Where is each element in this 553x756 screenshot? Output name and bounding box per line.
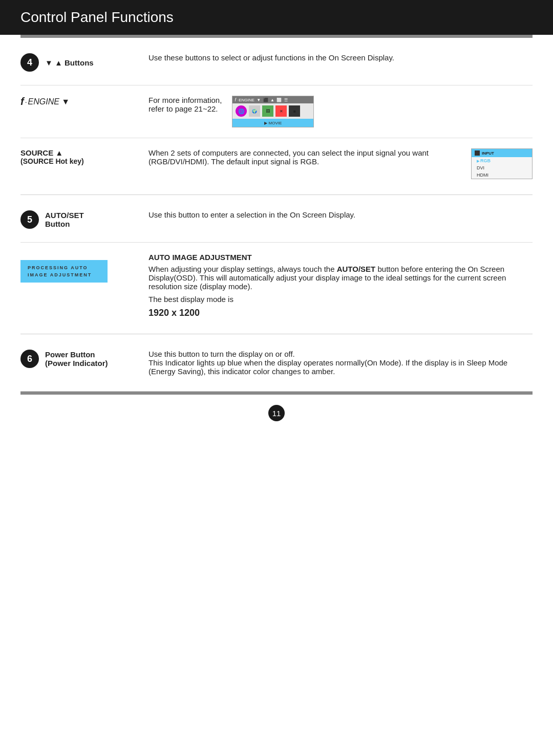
fengine-bottom-text: ▶ MOVIE: [264, 121, 282, 125]
fengine-text: ENGINE ▼: [28, 97, 70, 106]
section5-badge: 5: [20, 210, 39, 229]
section6-left: 6 Power Button (Power Indicator): [20, 350, 133, 371]
section4-source: SOURCE ▲ (SOURCE Hot key) When 2 sets of…: [20, 148, 533, 179]
power-button-label: Power Button: [45, 350, 108, 359]
buttons-row: 4 ▼ ▲ Buttons Use these buttons to selec…: [20, 53, 533, 75]
source-label: SOURCE ▲: [20, 148, 63, 157]
fengine-mockup-topbar: f·ENGINE ▼ ⬛ ▲ ⬜ ☰: [232, 96, 313, 103]
buttons-label: ▼ ▲ Buttons: [45, 58, 94, 67]
section5-left: 5 AUTO/SET Button: [20, 210, 133, 232]
auto-image-heading: AUTO IMAGE ADJUSTMENT: [148, 253, 533, 262]
section4-fengine: f · ENGINE ▼ For more information, refer…: [20, 96, 533, 138]
fengine-left: f · ENGINE ▼: [20, 96, 133, 107]
fengine-icon-sq: ■: [289, 105, 300, 117]
fengine-mockup-bottom: ▶ MOVIE: [232, 119, 313, 127]
fengine-right: For more information, refer to page 21~2…: [148, 96, 533, 127]
fengine-desc: For more information, refer to page 21~2…: [148, 96, 222, 113]
section-5: 5 AUTO/SET Button Use this button to ent…: [20, 195, 533, 334]
fengine-row: f · ENGINE ▼ For more information, refer…: [20, 96, 533, 127]
power-desc2: This Indicator lights up blue when the d…: [148, 358, 533, 376]
autoset-bold: AUTO/SET: [337, 265, 376, 273]
source-description: When 2 sets of computers are connected, …: [148, 148, 461, 166]
section4-badge: 4: [20, 53, 39, 72]
page-number: 11: [268, 405, 285, 421]
auto-image-left: PROCESSING AUTO IMAGE ADJUSTMENT: [20, 253, 133, 290]
section6-right: Use this button to turn the display on o…: [148, 350, 533, 376]
page-header: Control Panel Functions: [0, 0, 553, 35]
source-sq-icon: [475, 150, 480, 156]
section5-right: Use this button to enter a selection in …: [148, 210, 533, 232]
processing-box: PROCESSING AUTO IMAGE ADJUSTMENT: [20, 260, 108, 283]
fengine-f-char: f: [20, 96, 24, 107]
processing-line2: IMAGE ADJUSTMENT: [28, 272, 100, 277]
page-number-row: 11: [0, 395, 553, 431]
section6-row: 6 Power Button (Power Indicator) Use thi…: [20, 350, 533, 376]
source-input-label: INPUT: [482, 151, 494, 156]
buttons-label-row: 4 ▼ ▲ Buttons: [20, 53, 94, 72]
fengine-label: f · ENGINE ▼: [20, 96, 70, 107]
fengine-mockup-icons: 🌐 🌍 🖼 ✕ ■: [232, 103, 313, 119]
best-display-text: The best display mode is: [148, 295, 533, 304]
section-4: 4 ▼ ▲ Buttons Use these buttons to selec…: [20, 38, 533, 195]
source-item-dvi: DVI: [472, 164, 532, 171]
source-row: SOURCE ▲ (SOURCE Hot key) When 2 sets of…: [20, 148, 533, 179]
source-mockup-topbar: INPUT: [472, 149, 532, 157]
fengine-desc2: refer to page 21~22.: [148, 104, 222, 113]
section5-label-row: 5 AUTO/SET Button: [20, 210, 133, 229]
section6-labels: Power Button (Power Indicator): [45, 350, 108, 368]
source-item-rgb: RGB: [472, 157, 532, 164]
auto-image-body: When adjusting your display settings, al…: [148, 265, 533, 291]
source-right: When 2 sets of computers are connected, …: [148, 148, 533, 179]
section6-label-row: 6 Power Button (Power Indicator): [20, 350, 108, 368]
autoset-label: AUTO/SET: [45, 211, 84, 220]
fengine-icon-globe: 🌐: [236, 105, 247, 117]
section5-labels: AUTO/SET Button: [45, 211, 84, 228]
autoset-description: Use this button to enter a selection in …: [148, 210, 533, 219]
main-content: 4 ▼ ▲ Buttons Use these buttons to selec…: [0, 38, 553, 392]
section-6: 6 Power Button (Power Indicator) Use thi…: [20, 334, 533, 392]
fengine-mockup: f·ENGINE ▼ ⬛ ▲ ⬜ ☰ 🌐 🌍 🖼 ✕ ■ ▶ MOVIE: [232, 96, 314, 127]
power-indicator-label: (Power Indicator): [45, 359, 108, 368]
auto-image-right: AUTO IMAGE ADJUSTMENT When adjusting you…: [148, 253, 533, 318]
source-mockup: INPUT RGB DVI HDMI: [471, 148, 533, 179]
auto-image-row: PROCESSING AUTO IMAGE ADJUSTMENT AUTO IM…: [20, 242, 533, 318]
section5-autoset: 5 AUTO/SET Button Use this button to ent…: [20, 210, 533, 232]
fengine-desc1: For more information,: [148, 96, 222, 104]
buttons-left: 4 ▼ ▲ Buttons: [20, 53, 133, 75]
buttons-desc: Use these buttons to select or adjust fu…: [148, 53, 533, 62]
source-item-hdmi: HDMI: [472, 171, 532, 179]
button-label: Button: [45, 220, 84, 228]
resolution-text: 1920 x 1200: [148, 308, 533, 318]
source-left: SOURCE ▲ (SOURCE Hot key): [20, 148, 133, 165]
section6-badge: 6: [20, 350, 39, 368]
page-title: Control Panel Functions: [20, 9, 533, 26]
processing-line1: PROCESSING AUTO: [28, 265, 100, 270]
power-desc1: Use this button to turn the display on o…: [148, 350, 533, 358]
section4-buttons: 4 ▼ ▲ Buttons Use these buttons to selec…: [20, 53, 533, 85]
fengine-icon-globe2: 🌍: [249, 105, 260, 117]
buttons-description: Use these buttons to select or adjust fu…: [148, 53, 533, 62]
source-hotkey: (SOURCE Hot key): [20, 157, 84, 165]
fengine-icon-landscape: 🖼: [262, 105, 273, 117]
fengine-dot: ·: [25, 98, 27, 106]
fengine-icon-x: ✕: [275, 105, 287, 117]
